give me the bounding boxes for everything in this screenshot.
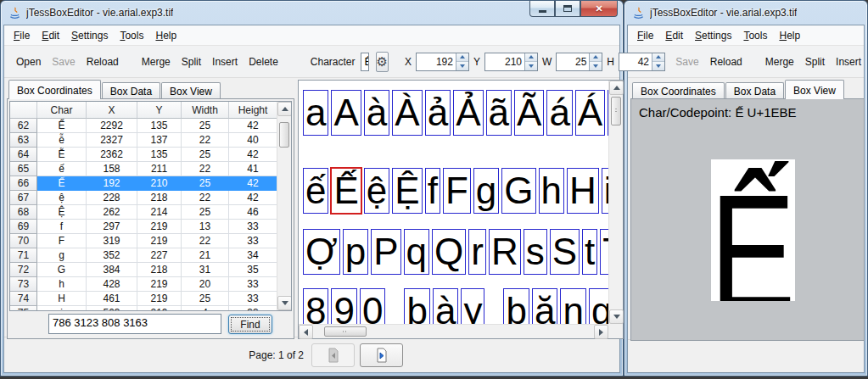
x-cell[interactable]: 428 <box>87 277 137 292</box>
toolbar-button-insert[interactable]: Insert <box>832 53 865 70</box>
table-row[interactable]: 68Ệ2622142546 <box>10 205 277 220</box>
table-row[interactable]: 73h4282192033 <box>10 277 277 292</box>
char-cell[interactable]: ế <box>37 162 87 176</box>
width-cell[interactable]: 25 <box>182 176 229 191</box>
y-spinner[interactable]: 210 <box>484 53 538 71</box>
x-cell[interactable]: 319 <box>87 234 137 248</box>
glyph-box[interactable]: r <box>468 229 486 275</box>
toolbar-button-reload[interactable]: Reload <box>706 53 747 70</box>
y-cell[interactable]: 214 <box>137 205 182 220</box>
x-cell[interactable]: 158 <box>87 162 137 176</box>
tiff-page-canvas[interactable]: aAàÀảẢãÃáÁạếẾệỆfFgGhHiỢpPqQrRsStT890bàyb… <box>299 81 608 324</box>
glyph-box-selected[interactable]: Ế <box>330 167 361 215</box>
y-cell[interactable]: 218 <box>137 191 182 205</box>
row-number-cell[interactable]: 75 <box>10 306 37 310</box>
column-header-char[interactable]: Char <box>37 102 87 119</box>
menu-help[interactable]: Help <box>773 27 806 44</box>
height-cell[interactable]: 33 <box>229 277 277 292</box>
height-cell[interactable]: 35 <box>229 263 277 277</box>
x-cell[interactable]: 228 <box>87 191 137 205</box>
menu-edit[interactable]: Edit <box>659 27 689 44</box>
glyph-box[interactable]: n <box>560 288 585 324</box>
glyph-box[interactable]: T <box>600 229 608 275</box>
tab-box-view[interactable]: Box View <box>161 82 221 99</box>
glyph-box[interactable]: ă <box>532 288 557 324</box>
menu-tools[interactable]: Tools <box>114 27 149 44</box>
width-cell[interactable]: 21 <box>182 248 229 263</box>
spin-up-button[interactable] <box>652 53 664 62</box>
glyph-box[interactable]: Á <box>575 90 605 136</box>
glyph-box[interactable]: f <box>425 168 440 214</box>
next-page-button[interactable] <box>360 343 403 367</box>
row-number-cell[interactable]: 64 <box>10 148 37 162</box>
row-number-cell[interactable]: 71 <box>10 248 37 263</box>
menu-file[interactable]: File <box>8 27 36 44</box>
glyph-box[interactable]: 9 <box>331 288 356 324</box>
glyph-box[interactable]: s <box>524 229 547 275</box>
glyph-box[interactable]: ệ <box>364 168 389 214</box>
glyph-box[interactable]: g <box>473 168 499 214</box>
char-cell[interactable]: ệ <box>37 191 87 205</box>
glyph-box[interactable]: Ã <box>514 90 544 136</box>
width-cell[interactable]: 13 <box>182 220 229 234</box>
glyph-box[interactable]: i <box>602 168 608 214</box>
char-cell[interactable]: Ễ <box>37 148 87 162</box>
glyph-box[interactable]: ã <box>486 90 512 136</box>
column-header-x[interactable]: X <box>87 102 137 119</box>
menu-settings[interactable]: Settings <box>689 27 737 44</box>
toolbar-button-split[interactable]: Split <box>177 53 205 70</box>
char-cell[interactable]: G <box>37 263 87 277</box>
width-cell[interactable]: 22 <box>182 133 229 148</box>
height-cell[interactable]: 33 <box>229 292 277 306</box>
spin-up-button[interactable] <box>456 53 468 62</box>
height-cell[interactable]: 33 <box>229 234 277 248</box>
glyph-box[interactable]: P <box>371 229 400 275</box>
tab-box-coordinates[interactable]: Box Coordinates <box>632 82 725 99</box>
width-cell[interactable]: 22 <box>182 162 229 176</box>
menu-help[interactable]: Help <box>149 27 182 44</box>
x-cell[interactable]: 2362 <box>87 148 137 162</box>
spin-down-button[interactable] <box>652 61 664 70</box>
glyph-box[interactable]: a <box>303 90 328 136</box>
row-number-cell[interactable]: 65 <box>10 162 37 176</box>
table-row[interactable]: 67ệ2282182242 <box>10 191 277 205</box>
glyph-box[interactable]: G <box>501 168 535 214</box>
image-vertical-scrollbar[interactable] <box>608 81 623 324</box>
spin-down-button[interactable] <box>456 61 468 70</box>
row-number-cell[interactable]: 66 <box>10 176 37 191</box>
width-cell[interactable]: 25 <box>182 119 229 133</box>
titlebar-right[interactable]: jTessBoxEditor - vie.arial.exp3.tif <box>624 1 867 25</box>
y-cell[interactable]: 137 <box>137 133 182 148</box>
glyph-box[interactable]: ế <box>303 168 328 214</box>
table-row[interactable]: 62Ể22921352542 <box>10 119 277 133</box>
row-number-cell[interactable]: 62 <box>10 119 37 133</box>
height-cell[interactable]: 42 <box>229 148 277 162</box>
toolbar-button-merge[interactable]: Merge <box>137 53 175 70</box>
height-cell[interactable]: 42 <box>229 176 277 191</box>
toolbar-button-save[interactable]: Save <box>48 53 79 70</box>
prev-page-button[interactable] <box>311 343 355 367</box>
char-cell[interactable]: Ệ <box>37 205 87 220</box>
y-cell[interactable]: 219 <box>137 292 182 306</box>
table-row[interactable]: 70F3192192233 <box>10 234 277 248</box>
char-cell[interactable]: g <box>37 248 87 263</box>
glyph-box[interactable]: H <box>567 168 599 214</box>
char-cell[interactable]: Ể <box>37 119 87 133</box>
scroll-up-button[interactable] <box>277 102 292 116</box>
glyph-box[interactable]: 8 <box>303 288 328 324</box>
x-cell[interactable]: 352 <box>87 248 137 263</box>
row-number-cell[interactable]: 69 <box>10 220 37 234</box>
menu-settings[interactable]: Settings <box>65 27 114 44</box>
glyph-box[interactable]: à <box>433 288 458 324</box>
menu-edit[interactable]: Edit <box>36 27 65 44</box>
glyph-box[interactable]: t <box>582 229 597 275</box>
glyph-box[interactable]: á <box>546 90 572 136</box>
char-cell[interactable]: ễ <box>37 133 87 148</box>
y-cell[interactable]: 210 <box>137 176 182 191</box>
height-cell[interactable]: 41 <box>229 162 277 176</box>
w-spinner[interactable]: 25 <box>556 53 602 71</box>
row-number-cell[interactable]: 63 <box>10 133 37 148</box>
scroll-down-button[interactable] <box>277 296 292 310</box>
h-spinner[interactable]: 42 <box>619 53 665 71</box>
table-row[interactable]: 65ế1582112241 <box>10 162 277 176</box>
